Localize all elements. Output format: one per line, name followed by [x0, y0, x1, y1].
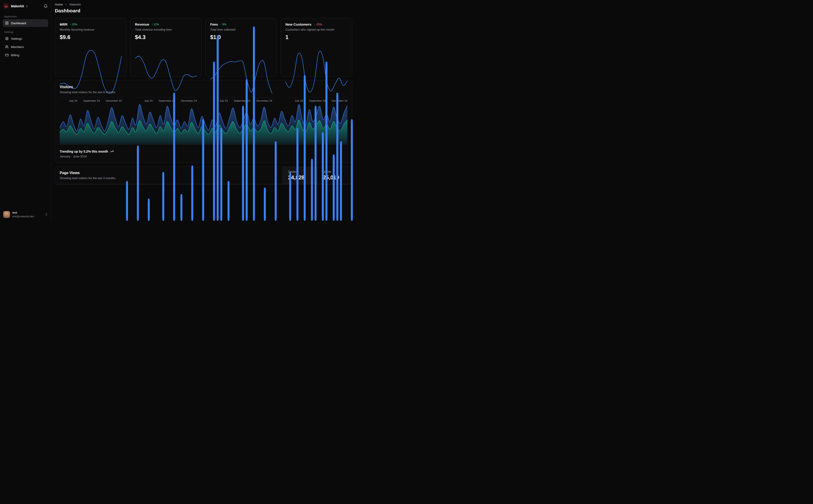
user-menu[interactable]: test test@makerkit.dev — [0, 208, 51, 221]
breadcrumb-home[interactable]: Home — [55, 3, 63, 6]
dashboard-grid-icon — [5, 21, 9, 25]
sidebar-item-billing[interactable]: Billing — [3, 51, 48, 59]
chevron-right-icon — [65, 3, 68, 6]
sidebar-item-settings[interactable]: Settings — [3, 35, 48, 42]
app-logo-letter: m — [5, 4, 8, 8]
axis-label: September 24 — [83, 99, 100, 102]
sidebar-item-label: Dashboard — [11, 21, 26, 25]
nav-section-settings: Settings — [4, 31, 47, 33]
credit-card-icon — [5, 53, 9, 57]
axis-label: July 24 — [69, 99, 77, 102]
notifications-button[interactable] — [44, 4, 48, 8]
user-email: test@makerkit.dev — [12, 215, 34, 218]
page-views-bar-chart — [111, 0, 356, 221]
breadcrumb-current: Makerkit — [69, 3, 81, 6]
main-content: Home Makerkit Dashboard MRR ↑20% Monthly… — [51, 0, 356, 221]
user-meta: test test@makerkit.dev — [12, 211, 34, 218]
workspace-selector[interactable]: Makerkit — [11, 4, 28, 8]
users-icon — [5, 45, 9, 49]
sidebar-nav: Application Dashboard Settings Settings … — [0, 11, 51, 208]
sidebar-header: m Makerkit — [0, 0, 51, 11]
trend-arrow-icon: ↑ — [70, 23, 71, 26]
sidebar: m Makerkit Application Dashboard Setting… — [0, 0, 51, 221]
sidebar-item-label: Billing — [11, 53, 19, 57]
stat-title: MRR — [60, 22, 67, 26]
trend-delta: 20% — [72, 23, 77, 26]
bell-icon — [44, 4, 48, 8]
chevrons-up-down-icon — [25, 5, 28, 8]
sidebar-item-dashboard[interactable]: Dashboard — [3, 19, 48, 27]
sidebar-item-label: Settings — [11, 37, 22, 40]
workspace-name: Makerkit — [11, 4, 24, 8]
avatar — [3, 211, 10, 218]
sidebar-item-members[interactable]: Members — [3, 43, 48, 51]
app-root: m Makerkit Application Dashboard Setting… — [0, 0, 356, 221]
chevrons-up-down-icon — [45, 213, 48, 216]
app-logo: m — [3, 3, 9, 9]
sidebar-item-label: Members — [11, 45, 24, 49]
gear-icon — [5, 37, 9, 40]
nav-section-application: Application — [4, 15, 47, 18]
user-name: test — [12, 211, 34, 215]
visitors-trend-text: Trending up by 5.2% this month — [60, 150, 108, 153]
trend-badge: ↑20% — [70, 23, 77, 26]
